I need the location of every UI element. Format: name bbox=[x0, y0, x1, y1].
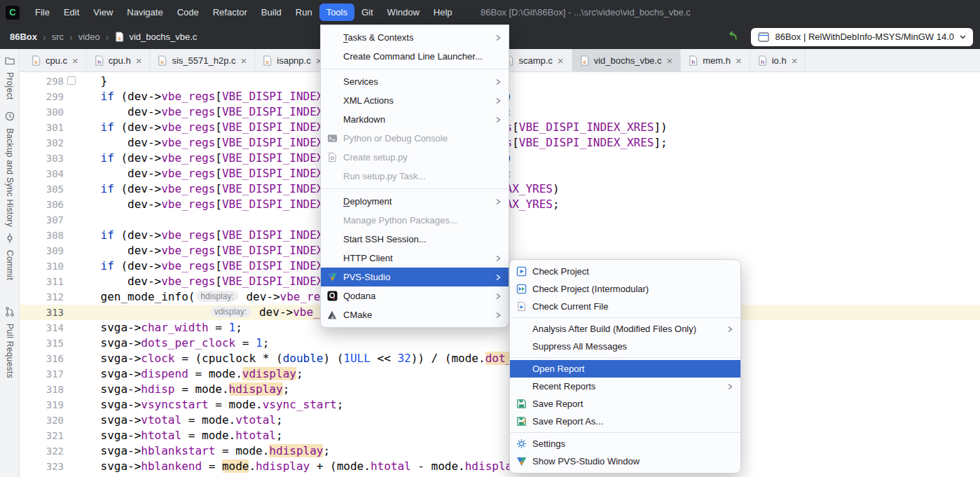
tab-vid_bochs_vbe-c[interactable]: cvid_bochs_vbe.c× bbox=[572, 49, 682, 71]
tab-io-h[interactable]: hio.h× bbox=[750, 49, 806, 71]
line-number: 303 bbox=[20, 151, 74, 166]
code-line[interactable]: 324 svga->vblankstart = mode.vdisplay; bbox=[20, 474, 980, 477]
c-file-icon: c bbox=[31, 55, 41, 66]
pull-request-icon bbox=[4, 306, 15, 320]
menu-item-save-report[interactable]: Save Report bbox=[510, 395, 740, 413]
menu-item-http-client[interactable]: HTTP Client bbox=[321, 249, 509, 268]
menu-build[interactable]: Build bbox=[254, 4, 289, 21]
stripe-item-project[interactable]: Project bbox=[4, 55, 15, 99]
menu-item-create-command-line-launcher[interactable]: Create Command Line Launcher... bbox=[321, 47, 509, 66]
tab-sis_5571_h2p-c[interactable]: csis_5571_h2p.c× bbox=[150, 49, 255, 71]
menu-file[interactable]: File bbox=[28, 4, 57, 21]
menu-item-check-current-file[interactable]: Check Current File bbox=[510, 298, 740, 315]
code-line[interactable]: 319 svga->vsyncstart = mode.vsync_start; bbox=[20, 397, 980, 413]
menu-item-cmake[interactable]: CMake bbox=[321, 305, 509, 324]
svg-text:h: h bbox=[97, 58, 101, 64]
tab-label: isapnp.c bbox=[277, 55, 310, 66]
submenu-arrow-icon bbox=[495, 198, 502, 206]
close-icon[interactable]: × bbox=[791, 55, 799, 66]
stripe-item-commit[interactable]: Commit bbox=[4, 233, 15, 280]
menu-separator bbox=[510, 432, 740, 433]
tab-cpu-c[interactable]: ccpu.c× bbox=[24, 49, 87, 71]
code-line[interactable]: 322 svga->hblankstart = mode.hdisplay; bbox=[20, 443, 980, 459]
breadcrumb-item[interactable]: video bbox=[78, 32, 100, 42]
c-file-icon: c bbox=[262, 55, 272, 66]
menu-refactor[interactable]: Refactor bbox=[206, 4, 254, 21]
save-as-icon bbox=[516, 416, 527, 427]
menu-item-xml-actions[interactable]: XML Actions bbox=[321, 91, 509, 110]
stripe-label: Project bbox=[5, 72, 15, 99]
menu-edit[interactable]: Edit bbox=[57, 4, 86, 21]
rollback-arrow-button[interactable] bbox=[724, 29, 741, 46]
menu-tools[interactable]: Tools bbox=[319, 4, 354, 21]
menu-item-pvs-studio[interactable]: PVS-Studio bbox=[321, 268, 509, 286]
submenu-arrow-icon bbox=[495, 254, 502, 263]
menu-git[interactable]: Git bbox=[354, 4, 380, 21]
menu-item-save-report-as[interactable]: Save Report As... bbox=[510, 413, 740, 430]
menu-window[interactable]: Window bbox=[380, 4, 427, 21]
menu-item-deployment[interactable]: Deployment bbox=[321, 192, 509, 211]
breadcrumb-item[interactable]: src bbox=[52, 32, 64, 42]
breadcrumb-item[interactable]: vid_bochs_vbe.c bbox=[129, 32, 197, 42]
line-number: 305 bbox=[20, 181, 74, 197]
menu-item-services[interactable]: Services bbox=[321, 72, 509, 91]
commit-icon bbox=[4, 233, 15, 247]
menu-item-show-pvs-studio-window[interactable]: Show PVS-Studio Window bbox=[510, 452, 740, 470]
close-icon[interactable]: × bbox=[557, 55, 565, 66]
menu-item-label: Manage Python Packages... bbox=[343, 215, 502, 226]
code-text: dev->vbe_regs[VBE_DISPI_INDEX_VIRT_HEIGH… bbox=[74, 197, 980, 212]
close-icon[interactable]: × bbox=[240, 55, 248, 66]
menu-help[interactable]: Help bbox=[427, 4, 460, 21]
menu-item-icon-slot bbox=[326, 51, 338, 62]
menu-item-settings[interactable]: Settings bbox=[510, 435, 740, 452]
code-text: if (dev->vbe_regs[VBE_DISPI_INDEX_VIRT_W… bbox=[74, 120, 980, 135]
menu-item-markdown[interactable]: Markdown bbox=[321, 110, 509, 129]
stripe-item-pull-requests[interactable]: Pull Requests bbox=[4, 306, 15, 378]
menu-item-label: Settings bbox=[532, 438, 733, 449]
code-line[interactable]: 323 svga->hblankend = mode.hdisplay + (m… bbox=[20, 459, 980, 474]
menu-item-tasks-contexts[interactable]: Tasks & Contexts bbox=[321, 28, 509, 47]
tab-mem-h[interactable]: hmem.h× bbox=[681, 49, 750, 71]
menu-navigate[interactable]: Navigate bbox=[120, 4, 170, 21]
code-text: if (dev->vbe_regs[VBE_DISPI_INDEX_BPP] >… bbox=[74, 228, 980, 243]
tab-label: mem.h bbox=[703, 55, 731, 66]
stripe-item-backup-and-sync-history[interactable]: Backup and Sync History bbox=[4, 111, 15, 227]
close-icon[interactable]: × bbox=[735, 55, 743, 66]
code-line[interactable]: 317 svga->dispend = mode.vdisplay; bbox=[20, 366, 980, 382]
submenu-arrow-icon bbox=[495, 292, 502, 300]
menu-item-run-setup-py-task: Run setup.py Task... bbox=[321, 167, 509, 186]
run-configuration-selector[interactable]: 86Box | RelWithDebInfo-MSYS/MinGW 14.0 bbox=[751, 28, 973, 46]
menu-item-recent-reports[interactable]: Recent Reports bbox=[510, 378, 740, 395]
code-line[interactable]: 316 svga->clock = (cpuclock * (double) (… bbox=[20, 351, 980, 366]
line-number: 300 bbox=[20, 104, 74, 120]
menu-run[interactable]: Run bbox=[289, 4, 319, 21]
menu-item-icon-slot bbox=[326, 32, 338, 43]
tab-isapnp-c[interactable]: cisapnp.c× bbox=[255, 49, 330, 71]
submenu-arrow-icon bbox=[495, 97, 502, 105]
code-line[interactable]: 315 svga->dots_per_clock = 1; bbox=[20, 336, 980, 351]
menu-item-create-setup-py: Create setup.py bbox=[321, 148, 509, 167]
menu-item-start-ssh-session[interactable]: Start SSH Session... bbox=[321, 230, 509, 249]
submenu-arrow-icon bbox=[495, 34, 502, 42]
menu-item-check-project-intermodular[interactable]: Check Project (Intermodular) bbox=[510, 280, 740, 298]
close-icon[interactable]: × bbox=[71, 55, 79, 66]
menu-item-open-report[interactable]: Open Report bbox=[510, 360, 740, 378]
tab-cpu-h[interactable]: hcpu.h× bbox=[87, 49, 151, 71]
code-line[interactable]: 318 svga->hdisp = mode.hdisplay; bbox=[20, 382, 980, 397]
menu-item-analysis-after-build-modified-files-only[interactable]: Analysis After Build (Modified Files Onl… bbox=[510, 320, 740, 338]
menu-code[interactable]: Code bbox=[170, 4, 206, 21]
folding-marker[interactable] bbox=[67, 76, 76, 85]
window-title: 86Box [D:\Git\86Box] - ...\src\video\vid… bbox=[481, 0, 691, 25]
close-icon[interactable]: × bbox=[135, 55, 143, 66]
menu-item-label: Show PVS-Studio Window bbox=[532, 456, 733, 466]
line-number: 306 bbox=[20, 197, 74, 212]
menu-item-qodana[interactable]: Qodana bbox=[321, 286, 509, 305]
close-icon[interactable]: × bbox=[665, 55, 673, 66]
menu-item-icon-slot bbox=[326, 215, 338, 226]
menu-view[interactable]: View bbox=[86, 4, 120, 21]
breadcrumb-item[interactable]: 86Box bbox=[10, 32, 37, 42]
code-line[interactable]: 321 svga->htotal = mode.htotal; bbox=[20, 428, 980, 443]
menu-item-suppress-all-messages[interactable]: Suppress All Messages bbox=[510, 338, 740, 355]
code-line[interactable]: 320 svga->vtotal = mode.vtotal; bbox=[20, 413, 980, 428]
menu-item-check-project[interactable]: Check Project bbox=[510, 263, 740, 280]
